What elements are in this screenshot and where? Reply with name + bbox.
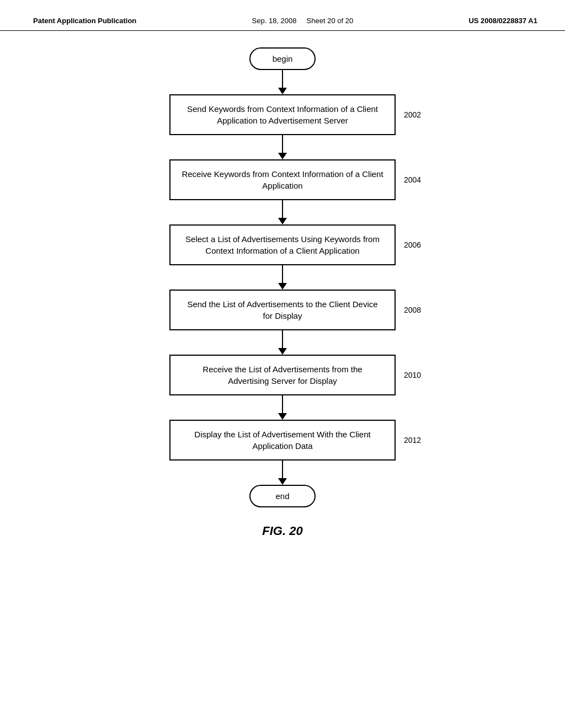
arrow-7 — [278, 461, 287, 485]
arrowhead-7 — [278, 478, 287, 485]
header-center: Sep. 18, 2008 Sheet 20 of 20 — [252, 17, 354, 25]
figure-caption: FIG. 20 — [262, 524, 302, 538]
step-2004-label: 2004 — [404, 175, 421, 184]
step-2004-box: Receive Keywords from Context Informatio… — [169, 159, 396, 200]
step-2012-text: Display the List of Advertisement With t… — [194, 430, 370, 451]
publication-label: Patent Application Publication — [33, 17, 136, 25]
arrow-line-1 — [282, 70, 283, 88]
step-2004-wrapper: Receive Keywords from Context Informatio… — [169, 159, 396, 200]
arrow-3 — [278, 200, 287, 224]
arrowhead-1 — [278, 88, 287, 94]
step-2012-wrapper: Display the List of Advertisement With t… — [169, 420, 396, 461]
arrow-5 — [278, 330, 287, 355]
arrow-line-5 — [282, 330, 283, 348]
flowchart: begin Send Keywords from Context Informa… — [0, 31, 565, 549]
arrow-1 — [278, 70, 287, 94]
page: Patent Application Publication Sep. 18, … — [0, 0, 565, 728]
step-2006-label: 2006 — [404, 240, 421, 249]
arrow-line-3 — [282, 200, 283, 218]
step-2006-box: Select a List of Advertisements Using Ke… — [169, 224, 396, 265]
step-2010-box: Receive the List of Advertisements from … — [169, 355, 396, 395]
step-2008-wrapper: Send the List of Advertisements to the C… — [169, 290, 396, 330]
step-2008-box: Send the List of Advertisements to the C… — [169, 290, 396, 330]
arrow-line-7 — [282, 461, 283, 478]
arrow-line-4 — [282, 265, 283, 283]
step-2012-label: 2012 — [404, 436, 421, 445]
begin-wrapper: begin — [249, 47, 316, 70]
page-header: Patent Application Publication Sep. 18, … — [0, 0, 565, 31]
step-2008-label: 2008 — [404, 306, 421, 314]
header-left: Patent Application Publication — [33, 17, 136, 25]
arrow-6 — [278, 395, 287, 420]
step-2010-wrapper: Receive the List of Advertisements from … — [169, 355, 396, 395]
end-terminal: end — [249, 485, 316, 507]
arrowhead-6 — [278, 413, 287, 420]
step-2002-text: Send Keywords from Context Information o… — [187, 104, 378, 125]
step-2010-text: Receive the List of Advertisements from … — [202, 365, 362, 386]
arrow-line-2 — [282, 135, 283, 153]
end-wrapper: end — [249, 485, 316, 507]
step-2006-wrapper: Select a List of Advertisements Using Ke… — [169, 224, 396, 265]
begin-terminal: begin — [249, 47, 316, 70]
patent-number: US 2008/0228837 A1 — [468, 17, 537, 25]
step-2002-label: 2002 — [404, 110, 421, 119]
step-2004-text: Receive Keywords from Context Informatio… — [182, 169, 383, 190]
step-2002-wrapper: Send Keywords from Context Information o… — [169, 94, 396, 135]
header-right: US 2008/0228837 A1 — [468, 17, 537, 25]
arrowhead-5 — [278, 348, 287, 355]
arrowhead-4 — [278, 283, 287, 290]
header-sheet: Sheet 20 of 20 — [307, 17, 354, 25]
arrow-4 — [278, 265, 287, 290]
arrow-2 — [278, 135, 287, 159]
step-2006-text: Select a List of Advertisements Using Ke… — [185, 234, 380, 255]
step-2002-box: Send Keywords from Context Information o… — [169, 94, 396, 135]
arrow-line-6 — [282, 395, 283, 413]
arrowhead-3 — [278, 218, 287, 224]
step-2012-box: Display the List of Advertisement With t… — [169, 420, 396, 461]
step-2010-label: 2010 — [404, 371, 421, 379]
arrowhead-2 — [278, 153, 287, 159]
step-2008-text: Send the List of Advertisements to the C… — [187, 299, 377, 320]
header-date: Sep. 18, 2008 — [252, 17, 297, 25]
